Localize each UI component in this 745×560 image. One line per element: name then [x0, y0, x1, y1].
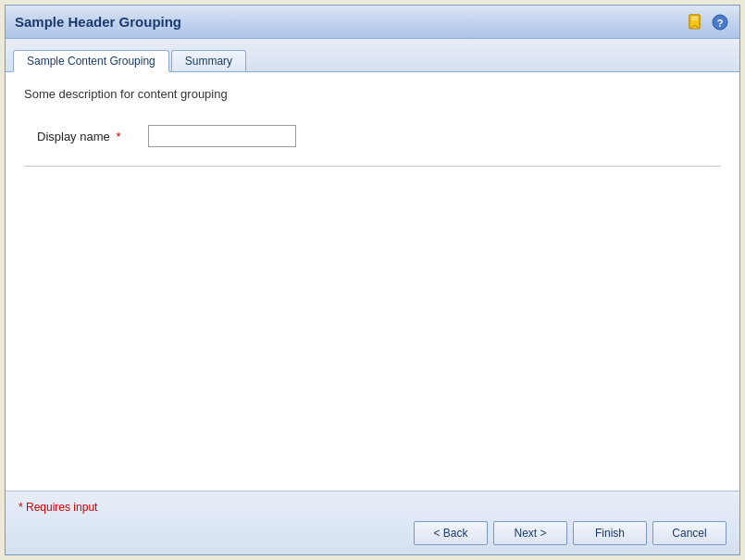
display-name-label: Display name * — [37, 130, 139, 143]
required-star: * — [113, 130, 121, 143]
title-bar: Sample Header Grouping ? — [6, 6, 739, 39]
tab-summary[interactable]: Summary — [171, 50, 246, 71]
dialog-title: Sample Header Grouping — [15, 14, 181, 30]
svg-text:?: ? — [717, 17, 724, 28]
title-icons: ? — [686, 12, 730, 32]
back-button[interactable]: < Back — [414, 521, 488, 545]
display-name-row: Display name * — [24, 118, 721, 155]
tab-content-grouping[interactable]: Sample Content Grouping — [13, 50, 169, 72]
svg-rect-3 — [691, 19, 698, 20]
form-divider — [24, 166, 721, 167]
svg-rect-2 — [691, 17, 698, 19]
help-icon[interactable]: ? — [710, 12, 730, 32]
finish-button[interactable]: Finish — [573, 521, 647, 545]
footer: * Requires input < Back Next > Finish Ca… — [6, 491, 739, 554]
display-name-input[interactable] — [148, 125, 296, 147]
bookmark-icon[interactable] — [686, 12, 706, 32]
next-button[interactable]: Next > — [493, 521, 567, 545]
footer-buttons: < Back Next > Finish Cancel — [19, 521, 726, 545]
content-area: Some description for content grouping Di… — [6, 72, 739, 491]
cancel-button[interactable]: Cancel — [652, 521, 726, 545]
content-description: Some description for content grouping — [24, 87, 721, 101]
dialog: Sample Header Grouping ? Sample Content … — [5, 5, 740, 555]
tab-bar: Sample Content Grouping Summary — [6, 39, 739, 72]
requires-input-text: * Requires input — [19, 501, 726, 514]
